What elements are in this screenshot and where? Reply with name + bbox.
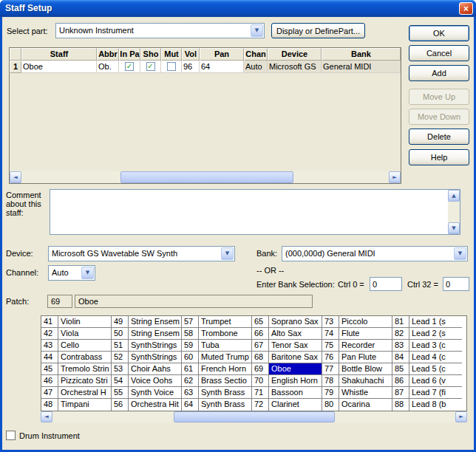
patch-cell-name[interactable]: Recorder bbox=[339, 340, 392, 351]
patch-cell[interactable]: 60Muted Trump bbox=[182, 352, 251, 363]
patch-cell-name[interactable]: French Horn bbox=[199, 363, 251, 374]
scroll-right-button[interactable]: ► bbox=[389, 171, 401, 183]
row-number[interactable]: 1 bbox=[10, 61, 21, 73]
scroll-left-button[interactable]: ◄ bbox=[10, 171, 21, 183]
patch-cell-name[interactable]: Synth Voice bbox=[129, 387, 181, 398]
patch-cell-number[interactable]: 70 bbox=[252, 375, 269, 386]
scroll-right-button[interactable]: ► bbox=[455, 411, 467, 422]
comment-textarea[interactable]: ▲ ▼ bbox=[50, 189, 460, 235]
device-dropdown-button[interactable]: ▼ bbox=[221, 247, 234, 260]
patch-cell-number[interactable]: 65 bbox=[252, 316, 269, 327]
patch-cell-number[interactable]: 55 bbox=[112, 387, 129, 398]
patch-cell[interactable]: 59Tuba bbox=[182, 340, 251, 352]
delete-button[interactable]: Delete bbox=[409, 129, 469, 145]
patch-cell-name[interactable]: Lead 2 (s bbox=[409, 328, 462, 339]
patch-cell-name[interactable]: Pan Flute bbox=[339, 352, 392, 363]
patch-cell-number[interactable]: 73 bbox=[322, 316, 339, 327]
mute-checkbox[interactable] bbox=[167, 62, 176, 71]
patch-cell-number[interactable]: 88 bbox=[392, 399, 409, 411]
patch-cell-name[interactable]: SynthStrings bbox=[129, 352, 181, 363]
device-combo[interactable]: Microsoft GS Wavetable SW Synth ▼ bbox=[48, 246, 235, 261]
patch-cell[interactable]: 77Bottle Blow bbox=[322, 363, 392, 375]
patch-cell-number[interactable]: 54 bbox=[112, 375, 129, 386]
channel-cell[interactable]: Auto bbox=[244, 61, 268, 73]
patch-cell-number[interactable]: 43 bbox=[41, 340, 58, 351]
patch-cell-name[interactable]: Flute bbox=[339, 328, 392, 339]
patch-cell-name[interactable]: Violin bbox=[58, 316, 111, 327]
patch-cell-number[interactable]: 80 bbox=[322, 399, 339, 411]
patch-cell-name[interactable]: Lead 3 (c bbox=[409, 340, 462, 351]
patch-cell-name[interactable]: Viola bbox=[58, 328, 111, 339]
staff-table-hscrollbar[interactable]: ◄ ► bbox=[10, 171, 401, 183]
patch-cell-name[interactable]: Orchestral H bbox=[58, 387, 111, 398]
patch-cell[interactable]: 70English Horn bbox=[252, 375, 322, 387]
patch-cell[interactable]: 69Oboe bbox=[252, 363, 322, 375]
column-header-show[interactable]: Sho bbox=[140, 48, 161, 61]
patch-cell-name[interactable]: Soprano Sax bbox=[269, 316, 322, 327]
scroll-up-button[interactable]: ▲ bbox=[448, 190, 460, 202]
patch-cell-number[interactable]: 87 bbox=[392, 387, 409, 398]
column-header-pan[interactable]: Pan bbox=[200, 48, 244, 61]
patch-cell[interactable]: 43Cello bbox=[41, 340, 111, 352]
patch-cell-name[interactable]: Pizzicato Stri bbox=[58, 375, 111, 386]
patch-cell[interactable]: 54Voice Oohs bbox=[112, 375, 181, 387]
patch-cell-number[interactable]: 85 bbox=[392, 363, 409, 374]
column-header-inpart[interactable]: In Pa bbox=[119, 48, 140, 61]
patch-cell[interactable]: 49String Ensem bbox=[112, 316, 181, 328]
patch-cell-number[interactable]: 81 bbox=[392, 316, 409, 327]
patch-cell-name[interactable]: Muted Trump bbox=[199, 352, 251, 363]
patch-cell-number[interactable]: 45 bbox=[41, 363, 58, 374]
patch-cell-number[interactable]: 59 bbox=[182, 340, 199, 351]
patch-cell[interactable]: 44Contrabass bbox=[41, 352, 111, 363]
patch-cell-number[interactable]: 86 bbox=[392, 375, 409, 386]
patch-cell-name[interactable]: Trombone bbox=[199, 328, 251, 339]
patch-cell-number[interactable]: 52 bbox=[112, 352, 129, 363]
column-header-vol[interactable]: Vol bbox=[182, 48, 200, 61]
patch-cell[interactable]: 82Lead 2 (s bbox=[392, 328, 462, 340]
patch-cell[interactable]: 57Trumpet bbox=[182, 316, 251, 328]
help-button[interactable]: Help bbox=[409, 149, 469, 165]
patch-cell-number[interactable]: 53 bbox=[112, 363, 129, 374]
device-cell[interactable]: Microsoft GS bbox=[268, 61, 322, 73]
cancel-button[interactable]: Cancel bbox=[409, 45, 469, 61]
column-header-chan[interactable]: Chan bbox=[244, 48, 268, 61]
patch-cell-name[interactable]: Trumpet bbox=[199, 316, 251, 327]
patch-cell-number[interactable]: 84 bbox=[392, 352, 409, 363]
patch-cell-name[interactable]: String Ensem bbox=[129, 328, 181, 339]
patch-cell-name[interactable]: Synth Brass bbox=[199, 387, 251, 398]
ctrl0-input[interactable] bbox=[370, 277, 402, 291]
patch-cell-number[interactable]: 72 bbox=[252, 399, 269, 411]
drum-instrument-checkbox[interactable] bbox=[6, 431, 16, 440]
patch-cell[interactable]: 72Clarinet bbox=[252, 399, 322, 411]
patch-cell-number[interactable]: 76 bbox=[322, 352, 339, 363]
patch-cell-number[interactable]: 75 bbox=[322, 340, 339, 351]
patch-cell-name[interactable]: Bottle Blow bbox=[339, 363, 392, 374]
patch-cell-number[interactable]: 82 bbox=[392, 328, 409, 339]
patch-cell-number[interactable]: 71 bbox=[252, 387, 269, 398]
column-header-staff[interactable]: Staff bbox=[21, 48, 97, 61]
patch-cell-number[interactable]: 46 bbox=[41, 375, 58, 386]
patch-cell-number[interactable]: 77 bbox=[322, 363, 339, 374]
patch-cell-number[interactable]: 74 bbox=[322, 328, 339, 339]
patch-cell-name[interactable]: Voice Oohs bbox=[129, 375, 181, 386]
bank-cell[interactable]: General MIDI bbox=[322, 61, 401, 73]
patch-cell[interactable]: 83Lead 3 (c bbox=[392, 340, 462, 352]
patch-cell[interactable]: 81Lead 1 (s bbox=[392, 316, 462, 328]
patch-cell-name[interactable]: Tenor Sax bbox=[269, 340, 322, 351]
patch-cell-name[interactable]: Brass Sectio bbox=[199, 375, 251, 386]
scroll-thumb[interactable] bbox=[120, 171, 293, 183]
patch-cell[interactable]: 74Flute bbox=[322, 328, 392, 340]
patch-cell-name[interactable]: Lead 1 (s bbox=[409, 316, 462, 327]
patch-cell[interactable]: 85Lead 5 (c bbox=[392, 363, 462, 375]
patch-cell-number[interactable]: 68 bbox=[252, 352, 269, 363]
patch-cell[interactable]: 80Ocarina bbox=[322, 399, 392, 411]
comment-vscrollbar[interactable]: ▲ ▼ bbox=[448, 190, 460, 234]
patch-cell-name[interactable]: Tuba bbox=[199, 340, 251, 351]
patch-cell[interactable]: 58Trombone bbox=[182, 328, 251, 340]
patch-cell[interactable]: 78Shakuhachi bbox=[322, 375, 392, 387]
column-header-bank[interactable]: Bank bbox=[322, 48, 401, 61]
patch-cell-name[interactable]: String Ensem bbox=[129, 316, 181, 327]
scroll-down-button[interactable]: ▼ bbox=[448, 222, 460, 234]
add-button[interactable]: Add bbox=[409, 65, 469, 81]
patch-grid-hscrollbar[interactable]: ◄ ► bbox=[41, 411, 467, 422]
